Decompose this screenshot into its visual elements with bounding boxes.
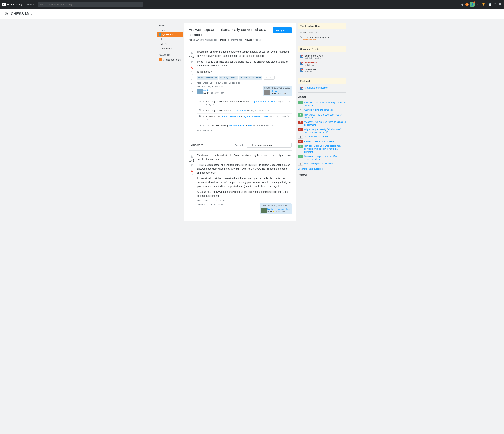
mod-action[interactable]: Mod	[197, 82, 201, 84]
answer-1-share[interactable]: Share	[202, 199, 208, 202]
products-button[interactable]: Products	[25, 2, 36, 7]
linked-link-1[interactable]: Autoconvert site-internal-link-only answ…	[304, 101, 346, 107]
questions-label: Questions	[162, 33, 174, 36]
answerer-name-link[interactable]: Lightness Races in Orbit	[267, 208, 290, 210]
sidebar-item-users[interactable]: Users	[157, 41, 183, 46]
var-code: var	[199, 164, 204, 166]
answers-count: 8 Answers	[189, 143, 203, 147]
sidebar-item-companies[interactable]: Companies	[157, 46, 183, 51]
linked-item-6: 4Trivial answer conversion	[298, 134, 346, 139]
event-1: 📅 Some other Event ends in 59 minutes	[298, 53, 346, 60]
blog-item-2[interactable]: ✎ Sponsored MSE blog title sponsored pos…	[298, 35, 346, 42]
asker-avatar	[264, 90, 270, 95]
linked-link-8[interactable]: How does Stack Exchange decide if an ans…	[304, 145, 346, 153]
edit-action[interactable]: Edit	[209, 82, 213, 84]
comment-2-author[interactable]: paulmorriss	[235, 109, 246, 112]
achievements-icon[interactable]: 🏆	[481, 2, 486, 7]
event-2-title[interactable]: Some Election	[305, 61, 319, 64]
follow-action[interactable]: Follow	[215, 82, 221, 84]
linked-link-9[interactable]: Comment on a question without 50 reputat…	[304, 155, 346, 161]
search-input[interactable]	[38, 2, 143, 7]
see-more-linked[interactable]: See more linked questions	[298, 167, 323, 171]
sidebar-item-home[interactable]: Home	[157, 23, 183, 28]
event-3-title[interactable]: Some Event	[305, 68, 317, 71]
site-logo[interactable]: ≡ Stack Exchange	[2, 3, 23, 6]
sidebar-item-questions[interactable]: 🌐 Questions	[157, 32, 183, 37]
blog-item-1-text: MSE blog -- title	[303, 31, 319, 34]
it-absolutely-link[interactable]: It absolutely is not.	[222, 115, 241, 118]
tag-link-only-answers[interactable]: link-only-answers	[219, 76, 238, 80]
teams-info-icon[interactable]: i	[167, 54, 170, 56]
comment-1-upvote[interactable]: ▲	[203, 100, 205, 102]
event-1-title[interactable]: Some other Event	[305, 54, 323, 57]
share-action[interactable]: Share	[202, 82, 208, 84]
bookmark-icon[interactable]: 🔖	[190, 66, 193, 69]
flag-icon[interactable]: 🏳	[190, 78, 193, 81]
linked-link-6[interactable]: Trivial answer conversion	[304, 135, 328, 138]
review-icon[interactable]: 📋	[487, 2, 492, 7]
answer-1-downvote[interactable]: ▼	[190, 163, 194, 167]
answer-1-p2: " var is deprecated, and you forgot the …	[197, 163, 292, 175]
comment-1-flag[interactable]: ⚑	[212, 104, 214, 106]
create-team-button[interactable]: + Create free Team	[157, 57, 183, 63]
answerer-rep: 34.6k	[267, 210, 272, 213]
question-upvote-button[interactable]: ▲	[190, 51, 194, 55]
comment-2-flag[interactable]: ⚑	[267, 109, 269, 112]
answer-1-follow[interactable]: Follow	[215, 199, 221, 202]
linked-item-1: 13Autoconvert site-internal-link-only an…	[298, 100, 346, 108]
question-vote-count: 137	[189, 55, 194, 59]
linked-link-4[interactable]: My answer to a question keeps being post…	[304, 121, 346, 127]
comment-4-flag[interactable]: ⚑	[272, 124, 274, 127]
comment-4-upvote[interactable]: ▲	[203, 124, 205, 126]
hamburger-icon[interactable]: ☰	[498, 2, 502, 7]
answer-1-flag[interactable]: Flag	[222, 199, 226, 202]
diamond-icon[interactable]: ◆	[461, 2, 464, 7]
delete-action[interactable]: Delete	[229, 82, 235, 84]
main-content: Answer appears automatically converted a…	[184, 23, 296, 221]
linked-link-5[interactable]: Why was my apparently "trivial answer" c…	[304, 128, 346, 134]
help-icon[interactable]: ?	[494, 2, 497, 7]
comment-3-flag[interactable]: ⚑	[207, 119, 209, 121]
close-action[interactable]: Close	[222, 82, 227, 84]
featured-item[interactable]: 📅 Meta featured question	[298, 85, 346, 91]
answer-1-history-icon[interactable]: ↺	[191, 174, 193, 177]
question-body: I posted an answer (pointing to another …	[197, 50, 292, 74]
history-icon[interactable]: ↺	[191, 74, 193, 77]
linked-item-9: 2Comment on a question without 50 reputa…	[298, 154, 346, 162]
editor-name-link[interactable]: gnat	[203, 89, 208, 91]
add-comment-link[interactable]: Add a comment	[197, 128, 212, 133]
inbox-icon[interactable]: ✉	[476, 2, 480, 7]
asked-by: asked Jul 18, 2011 at 22:39 Michael 1,62…	[263, 86, 292, 96]
answer-1-mod[interactable]: Mod	[197, 199, 201, 202]
tag-answers-as-comments[interactable]: answers-as-comments	[239, 76, 262, 80]
question-downvote-button[interactable]: ▼	[190, 60, 194, 64]
blog-item-1[interactable]: ✎ MSE blog -- title	[298, 30, 346, 35]
asker-rep: 1,627	[271, 93, 276, 95]
answerer-avatar	[261, 208, 267, 213]
flag-action[interactable]: Flag	[236, 82, 240, 84]
answer-1-bookmark-icon[interactable]: 🔖	[190, 170, 193, 172]
event-2-icon: 📅	[300, 62, 303, 65]
tag-convert-to-comment[interactable]: convert-to-comment	[197, 76, 218, 80]
sort-select[interactable]: Highest score (default) Trending (recent…	[247, 143, 292, 147]
comment-3-upvote[interactable]: ▲	[203, 115, 205, 117]
ask-question-button[interactable]: Ask Question	[273, 27, 292, 33]
linked-link-2[interactable]: Answers turning into comments	[304, 108, 333, 111]
linked-link-3[interactable]: How to stop "Trivial answer converted to…	[304, 113, 346, 119]
linked-link-10[interactable]: What's wrong with my answer?	[304, 162, 333, 165]
reputation-badge[interactable]: 5	[466, 3, 469, 6]
linked-link-7[interactable]: Answer converted to a comment	[304, 140, 334, 143]
tag-edit-button[interactable]: Edit tags	[263, 76, 275, 80]
workaround-link[interactable]: this workaround	[229, 124, 245, 127]
comment-2-upvote[interactable]: ▲	[203, 109, 205, 111]
answer-1-edit[interactable]: Edit	[209, 199, 213, 202]
comment-1-author[interactable]: Lightness Races in Orbit	[252, 100, 277, 103]
comment-icon[interactable]: 💬	[190, 86, 193, 89]
comment-4-author[interactable]: Alex	[248, 124, 252, 127]
edit-comment-3-icon[interactable]: ✎	[287, 115, 289, 118]
sidebar-item-tags[interactable]: Tags	[157, 37, 183, 41]
avatar-area[interactable]: 👤 2	[470, 2, 475, 7]
asker-name-link[interactable]: Michael	[271, 90, 278, 93]
comment-3-author[interactable]: Lightness Races in Orbit	[243, 115, 268, 118]
answer-1-upvote[interactable]: ▲	[190, 154, 194, 158]
